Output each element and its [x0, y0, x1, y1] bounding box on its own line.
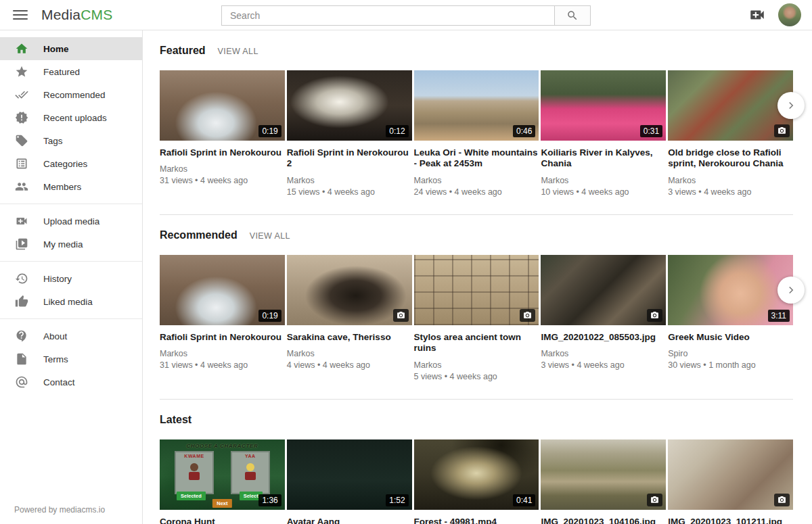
sidebar-item-contact[interactable]: Contact	[0, 371, 142, 394]
media-author[interactable]: Markos	[160, 349, 285, 358]
logo-cms: CMS	[81, 7, 112, 22]
media-thumbnail[interactable]: CHOOSE A CHARACTER KWAME YAA Selected Ne…	[160, 439, 285, 510]
media-title[interactable]: Rafioli Sprint in Nerokourou 2	[287, 147, 412, 170]
media-title[interactable]: Corona Hunt	[160, 517, 285, 524]
media-card[interactable]: 0:31 Koiliaris River in Kalyves, Chania …	[541, 70, 666, 197]
media-title[interactable]: Stylos area ancient town ruins	[414, 332, 539, 354]
media-author[interactable]: Markos	[414, 176, 539, 185]
media-title[interactable]: Sarakina cave, Therisso	[287, 332, 412, 343]
carousel-next-button[interactable]	[777, 92, 805, 119]
media-card[interactable]: 0:41 Forest - 49981.mp4 test 17 views • …	[414, 439, 539, 524]
media-title[interactable]: Greek Music Video	[668, 332, 793, 343]
media-card[interactable]: 0:19 Rafioli Sprint in Nerokourou Markos…	[160, 70, 285, 197]
media-author[interactable]: Markos	[287, 349, 412, 358]
media-title[interactable]: IMG_20201023_101211.jpg	[668, 517, 793, 524]
media-author[interactable]: Markos	[414, 360, 539, 370]
thumb-up-icon	[14, 294, 29, 309]
sidebar-item-upload-media[interactable]: Upload media	[0, 210, 142, 233]
sidebar-item-terms[interactable]: Terms	[0, 348, 142, 371]
media-card[interactable]: 0:19 Rafioli Sprint in Nerokourou Markos…	[160, 255, 285, 381]
sidebar-item-about[interactable]: About	[0, 325, 142, 348]
media-author[interactable]: Markos	[668, 176, 793, 185]
sidebar-item-recent-uploads[interactable]: Recent uploads	[0, 106, 142, 129]
photo-camera-icon	[647, 494, 662, 506]
media-thumbnail[interactable]: 0:31	[541, 70, 666, 141]
media-title[interactable]: IMG_20201022_085503.jpg	[541, 332, 666, 343]
view-all-link[interactable]: VIEW ALL	[218, 47, 258, 56]
media-thumbnail[interactable]	[414, 255, 539, 325]
sidebar-item-home[interactable]: Home	[0, 37, 142, 60]
media-thumbnail[interactable]	[541, 439, 666, 510]
media-thumbnail[interactable]: 0:12	[287, 70, 412, 141]
media-title[interactable]: Old bridge close to Rafioli sprint, Nero…	[668, 147, 793, 170]
media-card[interactable]: CHOOSE A CHARACTER KWAME YAA Selected Ne…	[160, 439, 285, 524]
new-releases-icon	[14, 110, 29, 125]
media-card[interactable]: 1:52 Avatar Aang Dickson Jr. 12 views • …	[287, 439, 412, 524]
media-card[interactable]: IMG_20201023_104106.jpg Markos 4 views •…	[541, 439, 666, 524]
media-thumbnail[interactable]: 0:19	[160, 255, 285, 325]
media-title[interactable]: Koiliaris River in Kalyves, Chania	[541, 147, 666, 170]
sidebar-item-my-media[interactable]: My media	[0, 233, 142, 256]
user-avatar[interactable]	[778, 3, 801, 26]
sidebar-item-liked-media[interactable]: Liked media	[0, 290, 142, 313]
video-library-icon	[14, 237, 29, 252]
sidebar-item-label: Recent uploads	[43, 113, 107, 123]
media-thumbnail[interactable]	[668, 70, 793, 141]
media-author[interactable]: Spiro	[668, 349, 793, 358]
media-title[interactable]: Leuka Ori - White mountains - Peak at 24…	[414, 147, 539, 170]
media-card[interactable]: 3:11 Greek Music Video Spiro 30 views • …	[668, 255, 793, 381]
logo[interactable]: MediaCMS	[41, 7, 112, 23]
media-card[interactable]: 0:12 Rafioli Sprint in Nerokourou 2 Mark…	[287, 70, 412, 197]
view-all-link[interactable]: VIEW ALL	[250, 231, 290, 241]
media-title[interactable]: Avatar Aang	[287, 517, 412, 524]
section-latest: Latest CHOOSE A CHARACTER KWAME YAA Sele…	[160, 400, 793, 524]
sidebar-item-history[interactable]: History	[0, 267, 142, 290]
search-button[interactable]	[554, 5, 591, 26]
media-card[interactable]: Old bridge close to Rafioli sprint, Nero…	[668, 70, 793, 197]
media-thumbnail[interactable]: 3:11	[668, 255, 793, 325]
search-bar	[221, 5, 591, 26]
upload-media-icon[interactable]	[748, 6, 766, 24]
carousel-next-button[interactable]	[777, 277, 805, 304]
media-thumbnail[interactable]	[541, 255, 666, 325]
media-card[interactable]: 0:46 Leuka Ori - White mountains - Peak …	[414, 70, 539, 197]
media-card[interactable]: IMG_20201022_085503.jpg Markos 3 views •…	[541, 255, 666, 381]
media-title[interactable]: Rafioli Sprint in Nerokourou	[160, 332, 285, 343]
sidebar: Home Featured Recommended Recent uploads…	[0, 30, 143, 524]
media-thumbnail[interactable]: 0:41	[414, 439, 539, 510]
sidebar-item-recommended[interactable]: Recommended	[0, 83, 142, 106]
sidebar-item-categories[interactable]: Categories	[0, 152, 142, 175]
game-selected-chip: Selected	[177, 492, 206, 500]
media-title[interactable]: Forest - 49981.mp4	[414, 517, 539, 524]
media-card[interactable]: Sarakina cave, Therisso Markos 4 views •…	[287, 255, 412, 381]
media-thumbnail[interactable]: 1:52	[287, 439, 412, 510]
duration-badge: 0:46	[513, 125, 535, 137]
media-author[interactable]: Markos	[541, 176, 666, 185]
duration-badge: 0:41	[513, 494, 535, 506]
media-card[interactable]: IMG_20201023_101211.jpg Markos 4 views •…	[668, 439, 793, 524]
photo-camera-icon	[393, 309, 409, 322]
media-author[interactable]: Markos	[541, 349, 666, 358]
sidebar-nav: Home Featured Recommended Recent uploads…	[0, 30, 142, 394]
hamburger-menu-icon[interactable]	[13, 10, 28, 20]
media-card[interactable]: Stylos area ancient town ruins Markos 5 …	[414, 255, 539, 381]
search-input[interactable]	[221, 5, 554, 26]
media-thumbnail[interactable]	[287, 255, 412, 325]
powered-by: Powered by mediacms.io	[14, 505, 105, 515]
photo-camera-icon	[774, 494, 790, 506]
media-thumbnail[interactable]	[668, 439, 793, 510]
sidebar-item-members[interactable]: Members	[0, 175, 142, 198]
sidebar-item-featured[interactable]: Featured	[0, 60, 142, 83]
media-title[interactable]: IMG_20201023_104106.jpg	[541, 517, 666, 524]
media-author[interactable]: Markos	[160, 164, 285, 174]
section-header: Recommended VIEW ALL	[160, 229, 793, 241]
logo-media: Media	[41, 7, 81, 22]
media-thumbnail[interactable]: 0:19	[160, 70, 285, 141]
media-title[interactable]: Rafioli Sprint in Nerokourou	[160, 147, 285, 158]
sidebar-item-tags[interactable]: Tags	[0, 129, 142, 152]
media-author[interactable]: Markos	[287, 176, 412, 185]
photo-camera-icon	[774, 124, 790, 137]
section-title: Latest	[160, 414, 191, 426]
media-thumbnail[interactable]: 0:46	[414, 70, 539, 141]
list-alt-icon	[14, 156, 29, 171]
